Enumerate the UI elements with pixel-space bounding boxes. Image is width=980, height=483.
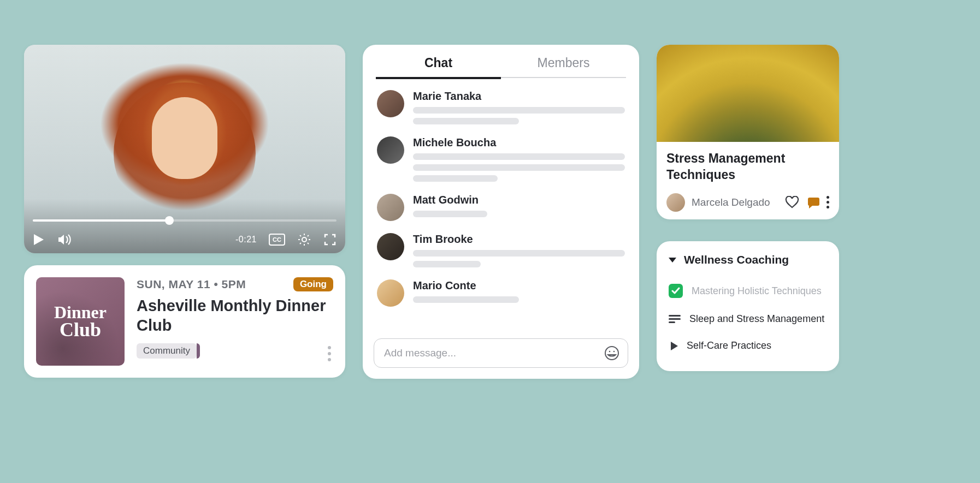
video-player-card: -0:21 CC: [24, 45, 345, 253]
fullscreen-icon[interactable]: [323, 233, 336, 246]
article-card[interactable]: Stress Management Techniques Marcela Del…: [657, 45, 839, 219]
svg-point-2: [302, 237, 306, 242]
chat-message-list: Marie Tanaka Michele Boucha Matt Godwin: [363, 78, 639, 332]
check-icon: [669, 284, 683, 298]
chat-input-container: [374, 338, 628, 368]
emoji-icon[interactable]: [604, 345, 620, 361]
chat-message: Marie Tanaka: [377, 90, 625, 124]
caret-down-icon: [669, 258, 676, 263]
course-item[interactable]: Self-Care Practices: [669, 332, 827, 359]
avatar[interactable]: [377, 136, 404, 164]
event-thumbnail: Dinner Club: [36, 277, 125, 366]
course-item[interactable]: Mastering Holistic Techniques: [669, 276, 827, 306]
svg-text:CC: CC: [273, 236, 281, 243]
avatar[interactable]: [377, 233, 404, 260]
chat-message: Matt Godwin: [377, 194, 625, 221]
video-time-remaining: -0:21: [235, 235, 257, 245]
avatar[interactable]: [377, 90, 404, 117]
chat-input[interactable]: [384, 347, 598, 359]
event-more-icon[interactable]: [328, 346, 331, 361]
course-item-label: Sleep and Stress Management: [689, 313, 824, 325]
video-seek-track[interactable]: [33, 219, 336, 222]
chat-message: Tim Brooke: [377, 233, 625, 267]
article-more-icon[interactable]: [826, 196, 829, 208]
course-section-toggle[interactable]: Wellness Coaching: [669, 253, 827, 266]
event-rsvp-badge[interactable]: Going: [293, 277, 333, 291]
chat-author: Matt Godwin: [413, 194, 625, 206]
svg-point-3: [605, 347, 618, 360]
play-icon[interactable]: [33, 233, 45, 246]
event-card[interactable]: Dinner Club SUN, MAY 11 • 5PM Going Ashe…: [24, 265, 345, 378]
video-seek-handle[interactable]: [165, 216, 174, 225]
avatar[interactable]: [377, 194, 404, 221]
captions-icon[interactable]: CC: [269, 234, 285, 246]
author-avatar[interactable]: [666, 193, 685, 212]
course-item[interactable]: Sleep and Stress Management: [669, 306, 827, 332]
course-section-title: Wellness Coaching: [684, 253, 789, 266]
chat-author: Michele Boucha: [413, 136, 625, 149]
settings-gear-icon[interactable]: [297, 232, 311, 247]
event-title: Asheville Monthly Dinner Club: [137, 296, 333, 336]
svg-point-4: [609, 351, 611, 353]
article-title: Stress Management Techniques: [666, 151, 829, 183]
text-lesson-icon: [669, 315, 681, 323]
tab-chat[interactable]: Chat: [376, 56, 501, 79]
volume-icon[interactable]: [57, 233, 72, 246]
event-date: SUN, MAY 11 • 5PM: [137, 278, 246, 291]
event-thumb-line2: Club: [60, 320, 101, 339]
chat-author: Mario Conte: [413, 279, 625, 292]
heart-icon[interactable]: [785, 196, 799, 209]
chat-message: Mario Conte: [377, 279, 625, 307]
course-item-label: Mastering Holistic Techniques: [692, 285, 822, 297]
svg-point-5: [613, 351, 615, 353]
event-tag[interactable]: Community: [137, 343, 197, 359]
article-author: Marcela Delgado: [692, 196, 778, 208]
course-outline-card: Wellness Coaching Mastering Holistic Tec…: [657, 241, 839, 371]
tab-members[interactable]: Members: [501, 56, 626, 78]
avatar[interactable]: [377, 279, 404, 307]
video-lesson-icon: [671, 342, 678, 350]
course-item-label: Self-Care Practices: [687, 340, 771, 351]
chat-panel: Chat Members Marie Tanaka Michele Boucha: [363, 45, 639, 379]
chat-message: Michele Boucha: [377, 136, 625, 182]
chat-author: Tim Brooke: [413, 233, 625, 246]
comment-icon[interactable]: [806, 196, 820, 209]
article-thumbnail: [657, 45, 839, 142]
video-progress-fill: [33, 219, 169, 222]
chat-author: Marie Tanaka: [413, 90, 625, 103]
